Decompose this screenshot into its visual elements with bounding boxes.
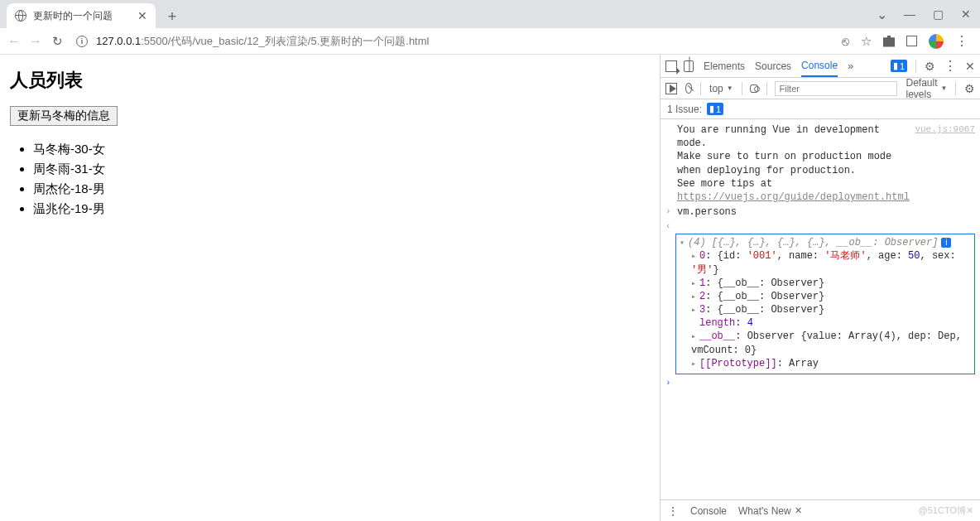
window-close-button[interactable]: ✕ <box>952 7 980 21</box>
watermark-text: @51CTO博✕ <box>919 504 973 517</box>
expand-arrow-icon[interactable]: ▸ <box>691 278 699 290</box>
url-port: :5500 <box>141 35 168 47</box>
input-chevron-icon: › <box>665 205 677 219</box>
console-prompt[interactable]: › <box>661 376 980 390</box>
page-viewport: 人员列表 更新马冬梅的信息 马冬梅-30-女 周冬雨-31-女 周杰伦-18-男… <box>0 55 661 521</box>
browser-menu-icon[interactable]: ⋮ <box>955 33 968 49</box>
info-badge-icon[interactable]: i <box>941 238 951 248</box>
tab-elements[interactable]: Elements <box>704 60 745 72</box>
console-settings-gear-icon[interactable]: ⚙ <box>964 82 975 95</box>
profile-avatar[interactable] <box>929 34 944 49</box>
devtools-menu-icon[interactable]: ⋮ <box>944 58 957 74</box>
list-item: 周冬雨-31-女 <box>33 159 650 179</box>
tab-console[interactable]: Console <box>801 60 838 77</box>
devtools-close-icon[interactable]: ✕ <box>965 60 975 73</box>
address-bar[interactable]: i 127.0.0.1:5500/代码/vue_basic/12_列表渲染/5.… <box>71 34 835 49</box>
browser-tab-active[interactable]: 更新时的一个问题 ✕ <box>7 3 156 28</box>
list-item: 周杰伦-18-男 <box>33 179 650 199</box>
tabs-overflow-icon[interactable]: » <box>848 60 853 72</box>
url-path: /代码/vue_basic/12_列表渲染/5.更新时的一个问题.html <box>168 34 430 49</box>
log-levels-selector[interactable]: Default levels <box>906 77 947 100</box>
inspect-element-icon[interactable] <box>665 60 677 72</box>
devtools-left-icons <box>665 60 694 72</box>
toolbar-right: ⎋ ☆ ⋮ <box>842 33 973 49</box>
share-icon[interactable]: ⎋ <box>842 34 849 48</box>
browser-tab-strip: 更新时的一个问题 ✕ + ⌄ — ▢ ✕ <box>0 0 980 28</box>
output-chevron-icon: ‹ <box>665 220 677 233</box>
prompt-chevron-icon: › <box>665 377 677 389</box>
content-split: 人员列表 更新马冬梅的信息 马冬梅-30-女 周冬雨-31-女 周杰伦-18-男… <box>0 55 980 521</box>
window-maximize-button[interactable]: ▢ <box>924 7 952 21</box>
console-filter-input[interactable] <box>775 81 897 96</box>
url-host: 127.0.0.1 <box>96 35 141 47</box>
close-icon[interactable]: ✕ <box>795 505 802 516</box>
clear-console-icon[interactable] <box>685 83 692 94</box>
devtools-tab-strip: Elements Sources Console » ▮1 ⚙ ⋮ ✕ <box>661 55 980 78</box>
issues-badge[interactable]: ▮1 <box>891 60 907 72</box>
tab-sources[interactable]: Sources <box>755 60 791 72</box>
deployment-link[interactable]: https://vuejs.org/guide/deployment.html <box>677 191 910 203</box>
context-selector[interactable]: top <box>709 83 733 94</box>
list-item: 温兆伦-19-男 <box>33 199 650 219</box>
separator <box>742 82 742 95</box>
expand-arrow-icon[interactable]: ▸ <box>691 292 699 303</box>
tab-title: 更新时的一个问题 <box>33 9 132 23</box>
list-item: 马冬梅-30-女 <box>33 139 650 159</box>
console-message: You are running Vue in development mode.… <box>661 123 980 205</box>
browser-toolbar: ← → ↻ i 127.0.0.1:5500/代码/vue_basic/12_列… <box>0 28 980 55</box>
new-tab-button[interactable]: + <box>161 5 184 28</box>
issues-count-badge: ▮1 <box>707 103 723 115</box>
separator <box>766 82 767 95</box>
drawer-tab-whatsnew[interactable]: What's New ✕ <box>738 505 802 517</box>
window-minimize-button[interactable]: — <box>896 7 924 21</box>
console-input-echo: › vm.persons <box>661 205 980 219</box>
nav-forward-button[interactable]: → <box>28 34 43 49</box>
source-link[interactable]: vue.js:9067 <box>912 123 975 204</box>
side-panel-icon[interactable] <box>906 36 917 46</box>
devtools-drawer: ⋮ Console What's New ✕ @51CTO博✕ <box>661 499 980 521</box>
separator <box>915 60 916 73</box>
update-person-button[interactable]: 更新马冬梅的信息 <box>10 106 118 126</box>
globe-icon <box>15 10 26 22</box>
nav-back-button[interactable]: ← <box>7 34 22 49</box>
separator <box>955 82 956 95</box>
collapse-arrow-icon[interactable]: ▾ <box>680 238 688 249</box>
console-toolbar: top Default levels ⚙ <box>661 78 980 99</box>
expanded-object[interactable]: ▾(4) [{…}, {…}, {…}, {…}, __ob__: Observ… <box>675 234 975 374</box>
issues-bar[interactable]: 1 Issue: ▮1 <box>661 99 980 119</box>
expand-arrow-icon[interactable]: ▸ <box>691 305 699 316</box>
issues-label: 1 Issue: <box>667 104 702 115</box>
expand-arrow-icon[interactable]: ▸ <box>691 331 699 343</box>
site-info-icon[interactable]: i <box>76 36 88 47</box>
expand-arrow-icon[interactable]: ▸ <box>691 359 699 370</box>
tab-close-icon[interactable]: ✕ <box>137 9 147 22</box>
devtools-right-icons: ▮1 ⚙ ⋮ ✕ <box>891 58 975 74</box>
settings-gear-icon[interactable]: ⚙ <box>925 60 935 73</box>
console-sidebar-toggle-icon[interactable] <box>665 83 677 94</box>
reload-button[interactable]: ↻ <box>50 34 65 49</box>
blank-glyph <box>665 123 677 204</box>
expand-arrow-icon[interactable]: ▸ <box>691 251 699 263</box>
separator <box>700 82 701 95</box>
live-expression-icon[interactable] <box>750 84 758 93</box>
console-output[interactable]: You are running Vue in development mode.… <box>661 119 980 499</box>
drawer-menu-icon[interactable]: ⋮ <box>667 504 679 518</box>
console-output-header: ‹ <box>661 219 980 234</box>
extensions-icon[interactable] <box>883 36 895 47</box>
drawer-tab-console[interactable]: Console <box>690 505 727 517</box>
chevron-down-icon[interactable]: ⌄ <box>867 7 896 22</box>
bookmark-star-icon[interactable]: ☆ <box>861 34 872 49</box>
page-title: 人员列表 <box>10 68 650 93</box>
person-list: 马冬梅-30-女 周冬雨-31-女 周杰伦-18-男 温兆伦-19-男 <box>15 139 650 219</box>
devtools-panel: Elements Sources Console » ▮1 ⚙ ⋮ ✕ top … <box>661 55 980 521</box>
window-controls: ⌄ — ▢ ✕ <box>867 0 980 28</box>
device-toggle-icon[interactable] <box>684 60 694 72</box>
